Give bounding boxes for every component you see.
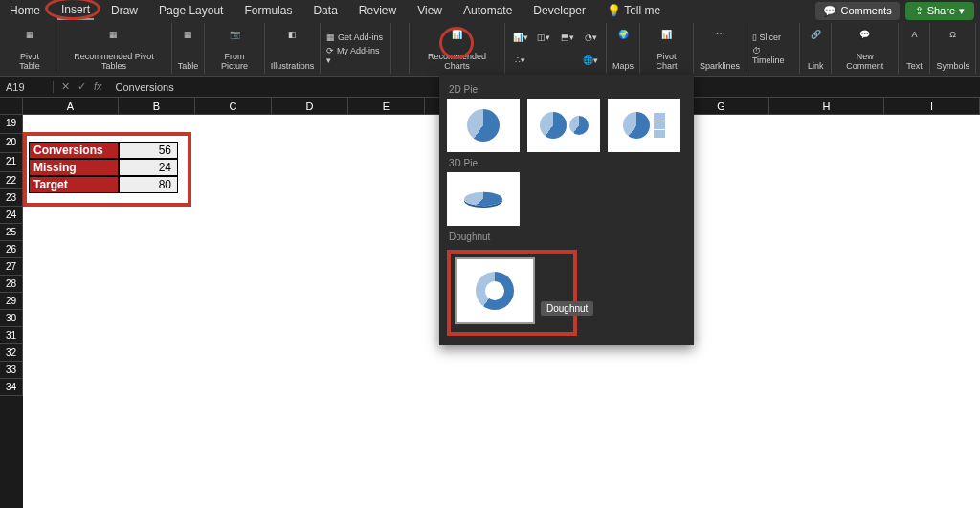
cell-b20[interactable]: 24: [119, 159, 178, 176]
row-33[interactable]: 33: [0, 362, 23, 379]
sparklines-button[interactable]: 〰 Sparklines: [694, 23, 746, 74]
row-26[interactable]: 26: [0, 241, 23, 258]
bar-of-pie-option[interactable]: [608, 99, 680, 152]
row-28[interactable]: 28: [0, 276, 23, 293]
col-c[interactable]: C: [195, 98, 272, 114]
tab-automate[interactable]: Automate: [459, 2, 516, 19]
slicer-button[interactable]: ▯ Slicer: [752, 33, 781, 42]
doughnut-tooltip: Doughnut: [541, 301, 593, 316]
section-2d-pie: 2D Pie: [449, 84, 686, 95]
tab-developer[interactable]: Developer: [529, 2, 590, 19]
table-icon: ▦: [179, 25, 198, 44]
row-headers: 19202122232425262728293031323334: [0, 115, 23, 508]
timeline-button[interactable]: ⏱ Timeline: [752, 46, 793, 65]
col-e[interactable]: E: [348, 98, 425, 114]
row-22[interactable]: 22: [0, 172, 23, 189]
row-21[interactable]: 21: [0, 153, 23, 172]
col-d[interactable]: D: [272, 98, 348, 114]
surface-chart-icon[interactable]: 🌐▾: [581, 51, 600, 70]
name-box[interactable]: A19: [0, 81, 54, 93]
doughnut-option[interactable]: Doughnut: [455, 257, 535, 324]
tab-page-layout[interactable]: Page Layout: [155, 2, 227, 19]
pie-chart-dropdown: 2D Pie 3D Pie Doughnut Doughnut: [439, 75, 694, 345]
column-chart-icon[interactable]: 📊▾: [511, 28, 530, 47]
text-button[interactable]: A Text: [899, 23, 930, 74]
hierarchy-chart-icon[interactable]: ◫▾: [534, 28, 553, 47]
pivot-table-button[interactable]: ▦ Pivot Table: [4, 23, 56, 74]
tab-insert[interactable]: Insert: [57, 1, 94, 20]
new-comment-button[interactable]: 💬 New Comment: [832, 23, 899, 74]
comment-icon: 💬: [856, 25, 875, 44]
scatter-chart-icon[interactable]: ∴▾: [511, 51, 530, 70]
row-24[interactable]: 24: [0, 207, 23, 224]
row-32[interactable]: 32: [0, 344, 23, 362]
symbols-button[interactable]: Ω Symbols: [930, 23, 976, 74]
camera-icon: 📷: [225, 25, 244, 44]
tab-tell-me[interactable]: 💡 Tell me: [603, 2, 664, 19]
my-addins-button[interactable]: ⟳ My Add-ins ▾: [326, 46, 384, 65]
recommended-charts-button[interactable]: 📊 Recommended Charts: [410, 23, 505, 74]
pie-of-pie-option[interactable]: [527, 99, 600, 152]
ribbon: ▦ Pivot Table ▦ Recommended Pivot Tables…: [0, 21, 980, 77]
row-29[interactable]: 29: [0, 293, 23, 310]
from-picture-button[interactable]: 📷 From Picture: [205, 23, 265, 74]
tab-data[interactable]: Data: [309, 2, 341, 19]
cell-a21[interactable]: Target: [29, 176, 119, 193]
sparkline-icon: 〰: [710, 25, 729, 44]
col-h[interactable]: H: [769, 98, 884, 114]
row-34[interactable]: 34: [0, 379, 23, 396]
pie-chart-icon[interactable]: ◔▾: [581, 28, 600, 47]
recommended-pivot-icon: ▦: [104, 25, 123, 44]
row-25[interactable]: 25: [0, 224, 23, 241]
illustrations-button[interactable]: ◧ Illustrations: [265, 23, 322, 74]
cell-a20[interactable]: Missing: [29, 159, 119, 176]
fx-icon[interactable]: fx: [94, 80, 102, 93]
cell-a19[interactable]: Conversions: [29, 142, 119, 159]
col-b[interactable]: B: [119, 98, 195, 114]
table-button[interactable]: ▦ Table: [172, 23, 206, 74]
row-19[interactable]: 19: [0, 115, 23, 134]
waterfall-chart-icon[interactable]: ⬒▾: [558, 28, 577, 47]
section-doughnut: Doughnut: [449, 232, 686, 242]
comments-button[interactable]: 💬 Comments: [815, 2, 899, 20]
ribbon-tabs: Home Insert Draw Page Layout Formulas Da…: [0, 0, 980, 21]
row-30[interactable]: 30: [0, 310, 23, 327]
chart-icon: 📊: [448, 25, 467, 44]
pivot-chart-icon: 📊: [657, 25, 677, 44]
link-button[interactable]: 🔗 Link: [800, 23, 832, 74]
row-23[interactable]: 23: [0, 189, 23, 207]
section-3d-pie: 3D Pie: [449, 158, 686, 168]
addins-group: ▦ Get Add-ins ⟳ My Add-ins ▾: [321, 23, 390, 74]
cell-b19[interactable]: 56: [119, 142, 178, 159]
col-i[interactable]: I: [884, 98, 980, 114]
filters-group: ▯ Slicer ⏱ Timeline: [746, 23, 800, 74]
cancel-icon[interactable]: ✕: [61, 80, 70, 93]
annotation-doughnut-box: Doughnut: [447, 250, 577, 336]
col-a[interactable]: A: [23, 98, 119, 114]
enter-icon[interactable]: ✓: [78, 80, 86, 93]
recommended-pivot-button[interactable]: ▦ Recommended Pivot Tables: [56, 23, 172, 74]
tab-home[interactable]: Home: [6, 2, 44, 19]
row-27[interactable]: 27: [0, 258, 23, 276]
row-31[interactable]: 31: [0, 327, 23, 344]
select-all-corner[interactable]: [0, 98, 23, 114]
pie-3d-option[interactable]: [447, 172, 520, 226]
tab-draw[interactable]: Draw: [107, 2, 142, 19]
omega-icon: Ω: [944, 25, 963, 44]
cell-b21[interactable]: 80: [119, 176, 178, 193]
maps-button[interactable]: 🌍 Maps: [607, 23, 640, 74]
share-button[interactable]: ⇪ Share ▾: [905, 2, 974, 20]
tab-review[interactable]: Review: [355, 2, 400, 19]
tab-formulas[interactable]: Formulas: [240, 2, 296, 19]
row-20[interactable]: 20: [0, 134, 23, 153]
tab-view[interactable]: View: [413, 2, 446, 19]
text-icon: A: [904, 25, 924, 44]
globe-icon: 🌍: [613, 25, 633, 44]
get-addins-button[interactable]: ▦ Get Add-ins: [326, 33, 383, 42]
pie-2d-option[interactable]: [447, 99, 520, 152]
vis-separator: [391, 23, 411, 74]
chart-types-group: 📊▾ ◫▾ ⬒▾ ◔▾ ∴▾ 🌐▾: [505, 23, 607, 74]
link-icon: 🔗: [806, 25, 825, 44]
shapes-icon: ◧: [283, 25, 302, 44]
pivot-chart-button[interactable]: 📊 Pivot Chart: [640, 23, 694, 74]
